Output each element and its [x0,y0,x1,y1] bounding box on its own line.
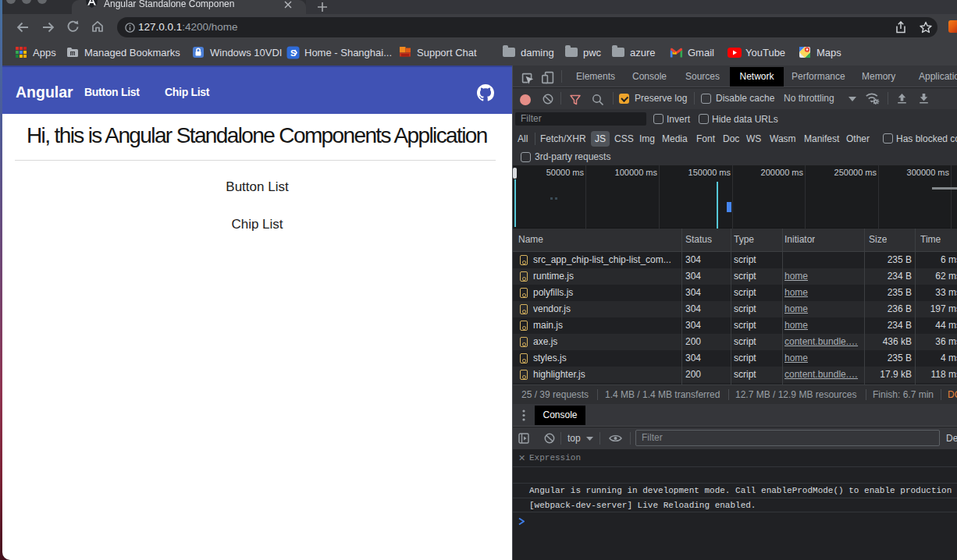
svg-text:S: S [290,48,296,58]
